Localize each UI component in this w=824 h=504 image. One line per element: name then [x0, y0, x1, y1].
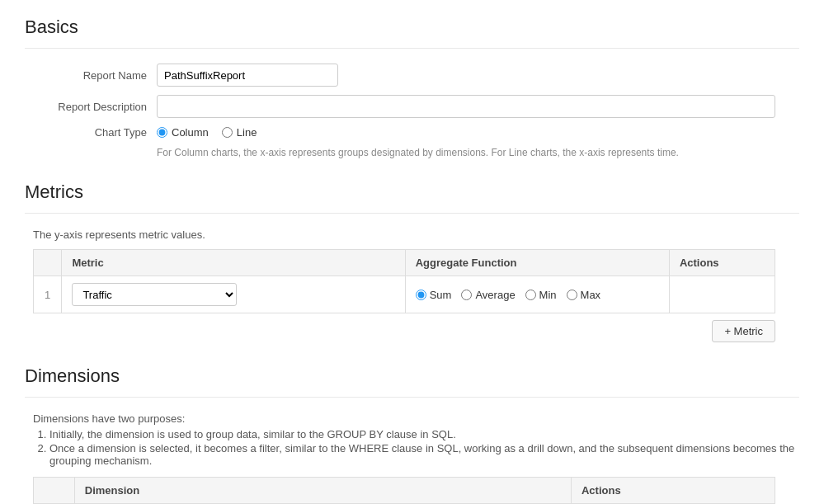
agg-label-sum: Sum — [430, 289, 452, 301]
agg-radio-sum[interactable] — [416, 290, 426, 300]
dimensions-description-intro: Dimensions have two purposes: — [33, 412, 185, 425]
dimensions-header-row: Dimension Actions — [34, 478, 775, 504]
dimensions-divider — [25, 397, 799, 398]
chart-type-column-label[interactable]: Column — [157, 126, 209, 139]
report-description-label: Report Description — [25, 101, 157, 113]
agg-radio-max[interactable] — [567, 290, 577, 300]
chart-type-line-text: Line — [237, 126, 257, 139]
chart-type-column-radio[interactable] — [157, 127, 167, 138]
metrics-col-num — [34, 250, 62, 276]
metrics-header-row: Metric Aggregate Function Actions — [34, 250, 775, 276]
metrics-col-agg: Aggregate Function — [405, 250, 669, 276]
metrics-row-agg-cell: Sum Average Min — [405, 276, 669, 313]
add-metric-row: + Metric — [25, 320, 775, 342]
chart-type-line-label[interactable]: Line — [222, 126, 257, 139]
chart-type-hint: For Column charts, the x-axis represents… — [157, 147, 799, 158]
basics-section: Basics Report Name Report Description Ch… — [25, 16, 799, 158]
metrics-table: Metric Aggregate Function Actions 1 Traf… — [33, 249, 775, 313]
dimensions-table-header: Dimension Actions — [34, 478, 775, 504]
dimensions-description: Dimensions have two purposes: Initially,… — [33, 412, 799, 467]
metrics-row-num: 1 — [34, 276, 62, 313]
metrics-description: The y-axis represents metric values. — [33, 228, 799, 241]
dimensions-description-item1: Initially, the dimension is used to grou… — [49, 428, 799, 440]
metrics-title: Metrics — [25, 181, 799, 203]
agg-option-min[interactable]: Min — [525, 289, 557, 301]
metrics-table-body: 1 Traffic Sum Average — [34, 276, 775, 313]
dimensions-title: Dimensions — [25, 365, 799, 387]
metrics-row-metric-cell: Traffic — [62, 276, 405, 313]
agg-radio-average[interactable] — [461, 290, 472, 300]
dimensions-col-actions: Actions — [571, 478, 775, 504]
report-description-row: Report Description — [25, 95, 799, 118]
basics-divider — [25, 48, 799, 49]
metrics-table-row: 1 Traffic Sum Average — [34, 276, 775, 313]
add-metric-button[interactable]: + Metric — [712, 320, 775, 342]
agg-label-average: Average — [475, 289, 515, 301]
basics-title: Basics — [25, 16, 799, 38]
metrics-section: Metrics The y-axis represents metric val… — [25, 181, 799, 342]
metrics-col-metric: Metric — [62, 250, 405, 276]
report-name-row: Report Name — [25, 64, 799, 87]
agg-radio-min[interactable] — [525, 290, 536, 300]
metrics-metric-select[interactable]: Traffic — [72, 283, 237, 306]
chart-type-row: Chart Type Column Line — [25, 126, 799, 139]
dimensions-table: Dimension Actions 1 Proxy ✕ Delete 2 — [33, 477, 775, 504]
dimensions-col-num — [34, 478, 75, 504]
report-name-input[interactable] — [157, 64, 338, 87]
dimensions-col-dimension: Dimension — [74, 478, 571, 504]
dimensions-section: Dimensions Dimensions have two purposes:… — [25, 365, 799, 504]
chart-type-options: Column Line — [157, 126, 257, 139]
chart-type-column-text: Column — [172, 126, 209, 139]
report-description-input[interactable] — [157, 95, 775, 118]
metrics-table-header: Metric Aggregate Function Actions — [34, 250, 775, 276]
agg-option-sum[interactable]: Sum — [416, 289, 452, 301]
dimensions-description-list: Initially, the dimension is used to grou… — [49, 428, 799, 467]
metrics-col-actions: Actions — [669, 250, 775, 276]
metrics-row-actions-cell — [669, 276, 775, 313]
report-name-label: Report Name — [25, 69, 157, 82]
chart-type-line-radio[interactable] — [222, 127, 233, 138]
agg-label-max: Max — [581, 289, 601, 301]
agg-option-max[interactable]: Max — [567, 289, 601, 301]
metrics-divider — [25, 213, 799, 214]
agg-label-min: Min — [539, 289, 557, 301]
agg-option-average[interactable]: Average — [461, 289, 515, 301]
chart-type-label: Chart Type — [25, 126, 157, 139]
agg-options-group: Sum Average Min — [416, 289, 659, 301]
dimensions-description-item2: Once a dimension is selected, it becomes… — [49, 442, 799, 467]
